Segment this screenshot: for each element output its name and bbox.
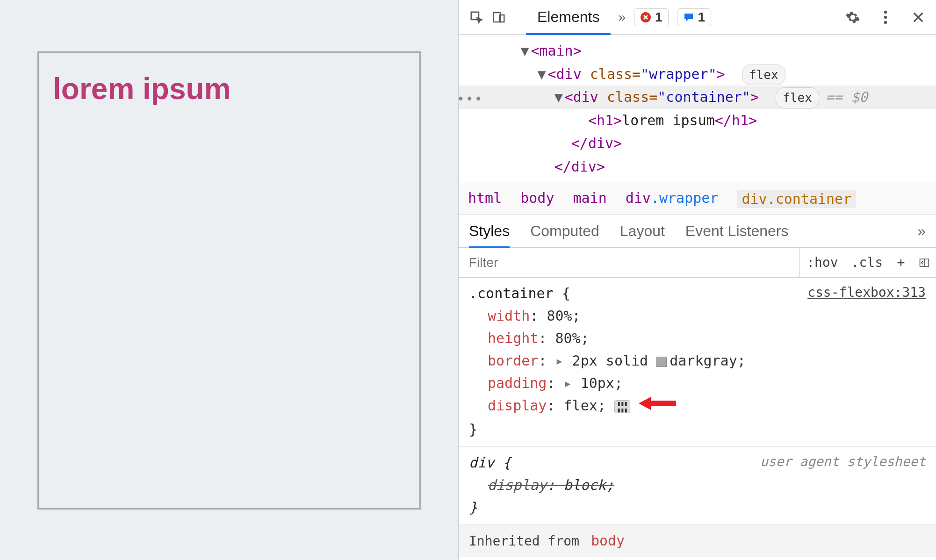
settings-gear-icon[interactable] bbox=[842, 7, 863, 28]
error-badge[interactable]: 1 bbox=[634, 8, 669, 26]
subtab-layout[interactable]: Layout bbox=[620, 215, 665, 247]
subtab-computed[interactable]: Computed bbox=[530, 215, 599, 247]
new-style-rule-button[interactable] bbox=[889, 248, 913, 277]
toggle-sidebar-icon[interactable] bbox=[913, 248, 936, 277]
inspect-element-icon[interactable] bbox=[466, 7, 487, 28]
decl-border[interactable]: border: ▸ 2px solid darkgray; bbox=[469, 350, 926, 372]
page-viewport: lorem ipsum bbox=[0, 0, 458, 560]
devtools-panel: Elements » 1 1 ▼<main> ▼<div class="w bbox=[458, 0, 936, 560]
color-swatch-icon[interactable] bbox=[656, 357, 667, 367]
annotation-arrow-icon bbox=[639, 395, 676, 418]
cls-toggle-button[interactable]: .cls bbox=[845, 248, 889, 277]
tabs-overflow-icon[interactable]: » bbox=[618, 10, 626, 25]
kebab-menu-icon[interactable] bbox=[875, 7, 896, 28]
dom-node-div-close[interactable]: </div> bbox=[459, 132, 936, 155]
breadcrumb-html[interactable]: html bbox=[468, 190, 502, 208]
subtabs-overflow-icon[interactable]: » bbox=[917, 223, 926, 240]
svg-marker-9 bbox=[639, 397, 676, 410]
rule-close-brace: } bbox=[469, 496, 926, 519]
flex-badge[interactable]: flex bbox=[742, 65, 785, 86]
device-toggle-icon[interactable] bbox=[489, 7, 509, 28]
inherited-label: Inherited from bbox=[469, 533, 579, 549]
hov-toggle-button[interactable]: :hov bbox=[800, 248, 844, 277]
dom-breadcrumb: html body main div.wrapper div.container bbox=[459, 183, 936, 215]
message-badge[interactable]: 1 bbox=[677, 8, 712, 26]
breadcrumb-body[interactable]: body bbox=[520, 190, 554, 208]
decl-display-block-overridden[interactable]: display: block; bbox=[469, 474, 926, 496]
dom-tree[interactable]: ▼<main> ▼<div class="wrapper"> flex ••• … bbox=[459, 35, 936, 183]
rule-source-ua: user agent stylesheet bbox=[760, 452, 926, 473]
rule-close-brace: } bbox=[469, 418, 926, 441]
tab-elements[interactable]: Elements bbox=[526, 1, 611, 35]
dom-node-div-close[interactable]: </div> bbox=[459, 155, 936, 179]
decl-height[interactable]: height: 80%; bbox=[469, 327, 926, 350]
close-devtools-icon[interactable] bbox=[908, 7, 929, 28]
dom-node-main[interactable]: ▼<main> bbox=[459, 39, 936, 63]
inherited-from-selector[interactable]: body bbox=[591, 532, 625, 549]
dom-node-container-selected[interactable]: ••• ▼<div class="container"> flex== $0 bbox=[459, 86, 936, 109]
subtab-styles[interactable]: Styles bbox=[469, 216, 510, 248]
breadcrumb-main[interactable]: main bbox=[573, 190, 607, 208]
devtools-toolbar: Elements » 1 1 bbox=[459, 0, 936, 35]
svg-point-6 bbox=[884, 21, 887, 23]
rule-div-ua[interactable]: user agent stylesheet div { display: blo… bbox=[459, 447, 936, 525]
decl-width[interactable]: width: 80%; bbox=[469, 305, 926, 327]
decl-padding[interactable]: padding: ▸ 10px; bbox=[469, 372, 926, 395]
flexbox-editor-icon[interactable]: ▮▮▮▮▮▮ bbox=[614, 400, 630, 413]
flex-badge[interactable]: flex bbox=[776, 87, 819, 108]
inherited-from-row: Inherited from body bbox=[459, 525, 936, 557]
subtab-event-listeners[interactable]: Event Listeners bbox=[685, 215, 789, 247]
styles-filter-input[interactable] bbox=[459, 248, 800, 277]
style-rules-pane[interactable]: css-flexbox:313 .container { width: 80%;… bbox=[459, 278, 936, 560]
rendered-container: lorem ipsum bbox=[37, 51, 421, 510]
rule-body-partial[interactable]: css-flexbox:83 body { bbox=[459, 557, 936, 560]
rendered-heading: lorem ipsum bbox=[53, 72, 405, 106]
dom-node-wrapper[interactable]: ▼<div class="wrapper"> flex bbox=[459, 63, 936, 86]
svg-point-5 bbox=[884, 15, 887, 18]
error-count: 1 bbox=[655, 10, 662, 25]
decl-display-flex[interactable]: display: flex; ▮▮▮▮▮▮ bbox=[469, 395, 926, 418]
svg-point-4 bbox=[884, 10, 887, 13]
styles-filter-row: :hov .cls bbox=[459, 248, 936, 278]
breadcrumb-container-selected[interactable]: div.container bbox=[737, 190, 856, 208]
breadcrumb-wrapper[interactable]: div.wrapper bbox=[626, 190, 719, 208]
rule-source-link[interactable]: css-flexbox:313 bbox=[807, 282, 926, 303]
dom-node-h1[interactable]: <h1>lorem ipsum</h1> bbox=[459, 109, 936, 132]
message-count: 1 bbox=[698, 10, 706, 25]
selected-node-ref: == $0 bbox=[826, 89, 868, 105]
styles-subtabs: Styles Computed Layout Event Listeners » bbox=[459, 215, 936, 248]
rule-container[interactable]: css-flexbox:313 .container { width: 80%;… bbox=[459, 278, 936, 447]
